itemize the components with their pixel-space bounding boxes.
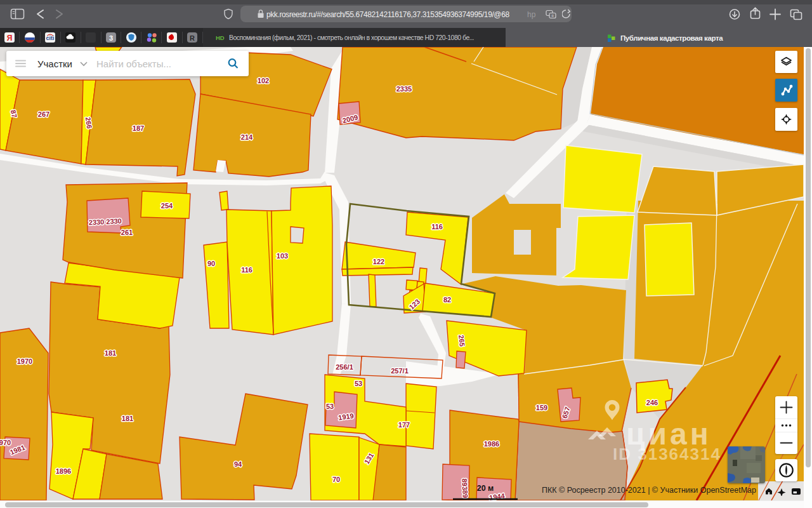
- svg-text:Я: Я: [7, 34, 13, 43]
- svg-text:53: 53: [326, 403, 334, 410]
- svg-text:256/1: 256/1: [336, 363, 353, 371]
- svg-text:87: 87: [10, 109, 18, 118]
- svg-text:HD: HD: [216, 34, 225, 41]
- svg-text:254: 254: [161, 202, 173, 210]
- svg-text:70: 70: [332, 476, 340, 483]
- svg-text:90: 90: [207, 260, 215, 267]
- svg-text:261: 261: [121, 229, 133, 236]
- svg-text:265: 265: [457, 335, 466, 347]
- svg-text:R: R: [190, 34, 195, 42]
- svg-text:1986: 1986: [484, 440, 499, 448]
- svg-text:Публичная кадастровая карта: Публичная кадастровая карта: [620, 34, 723, 42]
- svg-text:970: 970: [0, 439, 11, 446]
- svg-text:Участки: Участки: [37, 58, 72, 69]
- svg-text:2335: 2335: [396, 85, 412, 93]
- svg-text:103: 103: [277, 252, 288, 260]
- svg-text:116: 116: [431, 223, 443, 231]
- svg-text:159: 159: [536, 404, 547, 411]
- svg-text:122: 122: [373, 258, 384, 265]
- svg-text:257/1: 257/1: [391, 367, 409, 375]
- svg-text:94: 94: [234, 460, 242, 468]
- svg-text:Воспоминания (фильм, 2021) - с: Воспоминания (фильм, 2021) - смотреть он…: [229, 34, 474, 41]
- svg-text:187: 187: [133, 124, 144, 132]
- svg-text:181: 181: [122, 415, 133, 422]
- svg-text:citi: citi: [46, 35, 54, 41]
- svg-text:102: 102: [258, 77, 269, 84]
- svg-text:116: 116: [241, 266, 252, 274]
- svg-text:266: 266: [84, 117, 93, 130]
- svg-text:3: 3: [109, 34, 113, 42]
- svg-text:я: я: [551, 13, 554, 18]
- svg-text:1970: 1970: [17, 358, 32, 365]
- svg-text:82: 82: [443, 296, 451, 304]
- svg-text:246: 246: [646, 399, 658, 406]
- svg-text:hp: hp: [527, 10, 536, 19]
- svg-text:1896: 1896: [56, 467, 71, 475]
- svg-text:53: 53: [355, 380, 362, 387]
- svg-text:181: 181: [105, 349, 116, 357]
- svg-text:177: 177: [398, 421, 410, 429]
- svg-text:214: 214: [241, 133, 253, 141]
- svg-text:pkk.rosreestr.ru/#/search/55.6: pkk.rosreestr.ru/#/search/55.67482142116…: [266, 10, 509, 19]
- svg-text:Найти объекты...: Найти объекты...: [96, 58, 171, 69]
- svg-text:267: 267: [38, 110, 49, 118]
